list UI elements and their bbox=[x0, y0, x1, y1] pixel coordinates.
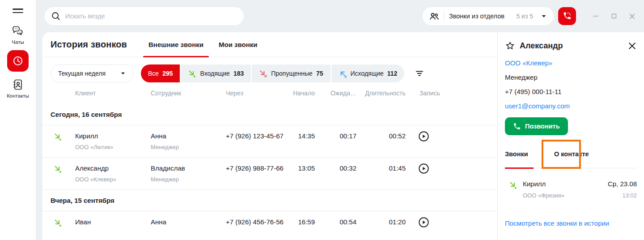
wait-time: 00:54 bbox=[315, 218, 356, 226]
window-close-button[interactable] bbox=[627, 12, 636, 21]
employee-role: Менеджер bbox=[151, 144, 226, 150]
client-name: Иван bbox=[75, 218, 151, 226]
play-record-button[interactable] bbox=[418, 216, 430, 228]
tab-external-calls[interactable]: Внешние звонки bbox=[143, 32, 209, 57]
tab-about-contact[interactable]: О контакте bbox=[550, 140, 593, 168]
contact-panel-header: Александр bbox=[505, 39, 637, 52]
call-table-body: Сегодня, 16 сентября Кирилл ООО «Лютик» … bbox=[42, 104, 497, 240]
tab-label: Мои звонки bbox=[219, 41, 257, 48]
global-search[interactable] bbox=[45, 7, 244, 25]
caller-company: ООО «Фрезия» bbox=[523, 192, 608, 199]
sidebar-item-label: Контакты bbox=[7, 93, 29, 99]
call-button[interactable]: Позвонить bbox=[505, 117, 568, 135]
employee-name: Владислав bbox=[151, 164, 226, 172]
view-all-calls-link[interactable]: Посмотреть все звонки в истории bbox=[505, 219, 609, 227]
contact-name: Александр bbox=[520, 41, 623, 51]
date-section-header: Сегодня, 16 сентября bbox=[42, 104, 497, 125]
tab-contact-calls[interactable]: Звонки bbox=[505, 140, 534, 168]
start-time: 14:35 bbox=[289, 132, 315, 140]
filter-label: Входящие bbox=[200, 70, 229, 77]
filter-count: 295 bbox=[162, 70, 173, 77]
filter-count: 183 bbox=[233, 70, 244, 77]
chats-icon bbox=[11, 24, 25, 38]
column-header: Сотрудник bbox=[151, 90, 226, 97]
table-header: КлиентСотрудникЧерезНачалоОжида…Длительн… bbox=[42, 82, 497, 104]
caller-name: Кирилл bbox=[523, 180, 608, 188]
departments-dropdown[interactable]: Звонки из отделов 5 из 5 bbox=[423, 7, 554, 25]
column-header: Длительность bbox=[356, 90, 406, 97]
tab-my-calls[interactable]: Мои звонки bbox=[213, 32, 263, 57]
wait-time: 00:17 bbox=[315, 132, 356, 140]
departments-count: 5 из 5 bbox=[516, 13, 533, 20]
chevron-down-icon bbox=[120, 70, 126, 77]
outgoing-call-icon bbox=[339, 69, 347, 78]
call-type-filters: Все 295 Входящие 183 Пропущенные 75 Исхо… bbox=[141, 64, 404, 82]
incoming-call-icon bbox=[54, 219, 62, 227]
window-minimize-button[interactable] bbox=[591, 12, 600, 21]
active-tab-underline bbox=[143, 56, 209, 57]
duration: 01:20 bbox=[356, 218, 406, 226]
window-maximize-button[interactable] bbox=[610, 12, 619, 21]
play-record-icon bbox=[418, 130, 430, 142]
incoming-call-icon bbox=[54, 133, 62, 141]
contact-phone: +7 (495) 000-11-11 bbox=[505, 88, 562, 95]
play-record-icon bbox=[418, 163, 430, 175]
sidebar-item-history-active[interactable] bbox=[0, 50, 36, 72]
column-header: Ожида… bbox=[315, 90, 356, 97]
filter-count: 112 bbox=[387, 70, 398, 77]
departments-icon bbox=[429, 11, 440, 21]
history-clock-icon bbox=[7, 50, 29, 72]
missed-call-icon bbox=[259, 69, 267, 78]
period-select-value: Текущая неделя bbox=[58, 70, 106, 77]
start-time: 16:59 bbox=[289, 218, 315, 226]
departments-label: Звонки из отделов bbox=[449, 13, 512, 20]
sidebar: Чаты Контакты bbox=[0, 0, 36, 240]
divider bbox=[444, 11, 445, 21]
contact-call-item[interactable]: Кирилл ООО «Фрезия» Ср, 23.08 13:02 bbox=[505, 180, 637, 199]
incoming-call-icon bbox=[509, 181, 517, 189]
via-number: +7 (926) 988-77-66 bbox=[226, 164, 289, 172]
filters-row: Текущая неделя Все 295 Входящие 183 Проп… bbox=[42, 57, 497, 82]
filter-all[interactable]: Все 295 bbox=[141, 64, 180, 82]
filter-outgoing[interactable]: Исходящие 112 bbox=[331, 64, 405, 82]
date-section-header: Вчера, 15 сентября bbox=[42, 190, 497, 211]
contact-company-link[interactable]: ООО «Клевер» bbox=[505, 59, 552, 67]
call-row[interactable]: Александр ООО «Клевер» Владислав Менедже… bbox=[42, 158, 497, 190]
contact-email-link[interactable]: user1@company.com bbox=[505, 102, 570, 110]
contacts-icon bbox=[11, 78, 25, 91]
wait-time: 00:32 bbox=[315, 164, 356, 172]
call-button-label: Позвонить bbox=[525, 123, 560, 130]
column-header: Через bbox=[226, 90, 289, 97]
page-title: История звонков bbox=[51, 39, 127, 50]
incoming-call-icon bbox=[188, 69, 196, 78]
period-select[interactable]: Текущая неделя bbox=[51, 64, 134, 82]
incoming-call-icon bbox=[54, 165, 62, 173]
duration: 00:52 bbox=[356, 132, 406, 140]
close-icon[interactable] bbox=[627, 41, 637, 51]
call-date: Ср, 23.08 bbox=[608, 180, 637, 188]
tab-label: Звонки bbox=[505, 150, 528, 158]
search-input[interactable] bbox=[65, 13, 237, 20]
employee-name: Анна bbox=[151, 218, 226, 226]
column-header: Запись bbox=[406, 90, 497, 97]
favorite-star-icon[interactable] bbox=[505, 41, 515, 51]
call-row[interactable]: Иван Анна +7 (926) 456-76-56 16:59 00:54… bbox=[42, 211, 497, 240]
play-record-button[interactable] bbox=[418, 163, 430, 175]
client-company: ООО «Лютик» bbox=[75, 144, 151, 150]
sidebar-item-chats[interactable]: Чаты bbox=[0, 24, 36, 45]
menu-icon[interactable] bbox=[13, 7, 23, 15]
phone-icon bbox=[513, 122, 521, 130]
tab-label: О контакте bbox=[554, 150, 589, 158]
filter-missed[interactable]: Пропущенные 75 bbox=[252, 64, 330, 82]
filter-icon[interactable] bbox=[414, 68, 425, 79]
play-record-button[interactable] bbox=[418, 130, 430, 142]
filter-incoming[interactable]: Входящие 183 bbox=[181, 64, 251, 82]
call-app-icon[interactable] bbox=[558, 7, 576, 25]
sidebar-item-contacts[interactable]: Контакты bbox=[0, 78, 36, 99]
column-header: Начало bbox=[289, 90, 315, 97]
call-history-header: История звонков Внешние звонки Мои звонк… bbox=[42, 32, 497, 57]
client-name: Александр bbox=[75, 164, 151, 172]
call-row[interactable]: Кирилл ООО «Лютик» Анна Менеджер +7 (926… bbox=[42, 125, 497, 158]
active-tab-underline bbox=[505, 167, 534, 169]
duration: 01:45 bbox=[356, 164, 406, 172]
